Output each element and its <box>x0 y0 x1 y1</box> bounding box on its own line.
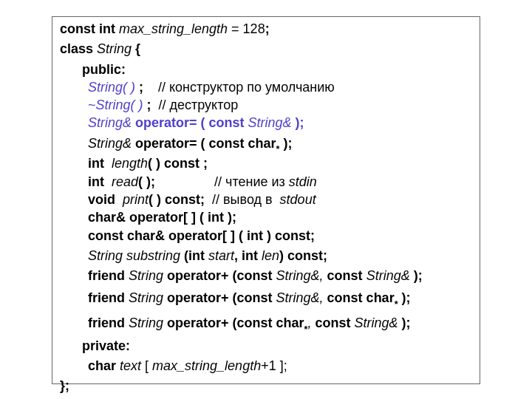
keyword: private: <box>82 338 130 353</box>
code-line: String substring (int start, int len) co… <box>60 247 474 265</box>
keyword: operator+ (const <box>167 268 273 283</box>
code-line: }; <box>60 377 474 395</box>
ident: stdin <box>289 174 317 189</box>
code-line: public: <box>60 61 474 78</box>
keyword: operator= ( const char <box>132 136 276 151</box>
star: * <box>276 144 280 154</box>
keyword: friend <box>88 268 125 283</box>
ident: start <box>205 248 234 263</box>
ident: String& <box>351 316 402 330</box>
keyword: operator+ (const <box>167 290 273 305</box>
tilde: ~ <box>88 98 96 112</box>
ident: String& <box>88 136 132 151</box>
ident: length <box>104 156 148 171</box>
comment: // вывод в <box>205 192 280 207</box>
punct: +1 ]; <box>261 358 287 373</box>
ident: max_string_length <box>152 358 261 373</box>
punct: [ <box>145 358 152 373</box>
text: char& operator[ ] ( int ); <box>88 210 236 225</box>
ident: String <box>125 316 167 330</box>
ident: stdout <box>280 192 316 207</box>
punct: { <box>135 41 140 56</box>
comment: // конструктор по умолчанию <box>143 80 335 95</box>
keyword: int <box>88 156 104 171</box>
keyword: const <box>327 268 363 283</box>
code-line: friend String operator+ (const String&, … <box>60 267 474 284</box>
code-line: const char& operator[ ] ( int ) const; <box>60 227 474 245</box>
keyword: const int <box>60 21 115 36</box>
keyword: public: <box>82 62 126 77</box>
ident: String&, <box>273 290 327 305</box>
comment: // деструктор <box>151 98 239 112</box>
ident: String <box>93 41 135 56</box>
keyword: operator+ (const char <box>167 316 304 330</box>
code-line: void print( ) const; // вывод в stdout <box>60 191 474 208</box>
punct: ) const; <box>279 248 327 263</box>
text: = 128 <box>231 21 265 36</box>
code-line: char& operator[ ] ( int ); <box>60 208 474 226</box>
punct: ( ) const; <box>149 192 205 207</box>
keyword: friend <box>88 316 125 330</box>
punct: ( ) const ; <box>148 156 208 171</box>
code-line: String& operator= ( const String& ); <box>60 114 474 132</box>
punct: ); <box>414 268 423 283</box>
punct: ); <box>402 316 411 330</box>
code-line: private: <box>60 337 474 355</box>
code-line: String( ) ; // конструктор по умолчанию <box>60 78 474 96</box>
ident: read <box>104 174 138 189</box>
ident: len <box>258 248 279 263</box>
punct: ); <box>398 290 411 305</box>
keyword: int <box>88 174 104 189</box>
code-line: String& operator= ( const char* ); <box>60 134 474 155</box>
ident: max_string_length <box>115 21 231 36</box>
star: * <box>304 324 308 335</box>
keyword: const char <box>327 290 395 305</box>
keyword: operator= ( const <box>135 115 248 130</box>
ident: String <box>125 290 167 305</box>
keyword: void <box>88 192 115 207</box>
keyword: class <box>60 41 93 56</box>
text: const char& operator[ ] ( int ) const; <box>88 228 315 243</box>
ident: String&, <box>273 268 327 283</box>
punct: (int <box>184 248 205 263</box>
code-line: ~String( ) ; // деструктор <box>60 96 474 114</box>
punct: ); <box>296 115 304 130</box>
code-line: char text [ max_string_length+1 ]; <box>60 357 474 375</box>
keyword: friend <box>88 290 125 305</box>
ident: String( ) <box>88 80 139 95</box>
code-line: int read( ); // чтение из stdin <box>60 173 474 191</box>
code-line: friend String operator+ (const String&, … <box>60 289 474 310</box>
ident: String& <box>363 268 414 283</box>
ident: String& <box>248 115 296 130</box>
ident: String <box>125 268 167 283</box>
code-line: const int max_string_length = 128; <box>60 20 474 38</box>
ident: String( ) <box>96 98 147 112</box>
ident: String& <box>88 115 135 130</box>
punct: ); <box>280 136 293 151</box>
code-box: const int max_string_length = 128; class… <box>52 16 480 384</box>
code-line: int length( ) const ; <box>60 154 474 172</box>
keyword: char <box>88 358 116 373</box>
code-line: friend String operator+ (const char*, co… <box>60 314 474 335</box>
punct: ; <box>265 21 270 36</box>
ident: print <box>115 192 149 207</box>
ident: String substring <box>88 248 184 263</box>
keyword: const <box>316 316 351 330</box>
code-line: class String { <box>60 40 474 58</box>
punct: , <box>308 316 316 330</box>
punct: ( ); <box>138 174 155 189</box>
star: * <box>395 299 398 310</box>
punct: }; <box>60 378 69 393</box>
punct: , int <box>234 248 258 263</box>
comment: // чтение из <box>155 174 289 189</box>
ident: text <box>116 358 145 373</box>
